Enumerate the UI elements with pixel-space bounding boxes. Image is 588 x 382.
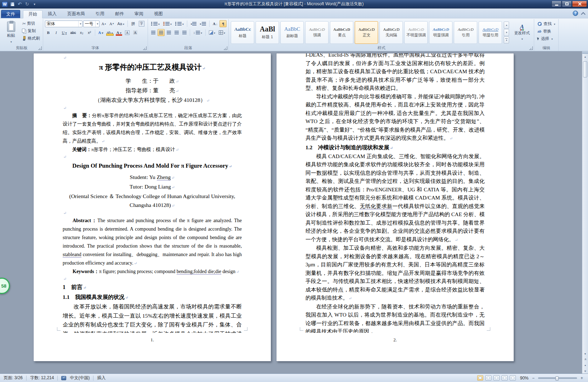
- scroll-down-icon[interactable]: [582, 351, 588, 357]
- align-left-button[interactable]: [150, 29, 157, 36]
- body-paragraph[interactable]: 改革开放以来，随着国民经济的高速发展，市场对模具的需求量不断增长。近年来，模具工…: [63, 302, 242, 333]
- zoom-slider-thumb[interactable]: [555, 376, 559, 381]
- show-marks-button[interactable]: ¶: [219, 20, 227, 27]
- fullscreen-reading-view-icon[interactable]: [485, 375, 491, 381]
- body-paragraph[interactable]: I-DEAS、Euclid-IS 等国际通用软件。虽然中国模具工业在过去十多年中…: [306, 53, 485, 93]
- close-button[interactable]: [572, 1, 587, 7]
- paste-button[interactable]: 粘贴: [2, 20, 19, 45]
- zoom-slider[interactable]: [538, 377, 577, 379]
- tab-mailings[interactable]: 邮件: [110, 10, 129, 18]
- font-family-combo[interactable]: 宋体: [45, 21, 82, 27]
- multilevel-list-button[interactable]: [174, 20, 185, 27]
- spellcheck-icon[interactable]: [61, 376, 66, 380]
- split-handle[interactable]: [582, 51, 588, 54]
- styles-dialog-launcher-icon[interactable]: [529, 46, 533, 50]
- clipboard-dialog-launcher-icon[interactable]: [38, 46, 42, 50]
- body-paragraph[interactable]: 导柱式冲裁模的导向比导板模的准确可靠，并能保证冲裁间隙的均匀, 冲裁的工件精度较…: [306, 93, 485, 143]
- text-effects-button[interactable]: A: [97, 29, 105, 36]
- tab-insert[interactable]: 插入: [42, 10, 62, 18]
- italic-button[interactable]: I: [53, 29, 60, 36]
- page-2-content[interactable]: I-DEAS、Euclid-IS 等国际通用软件。虽然中国模具工业在过去十多年中…: [276, 53, 514, 333]
- copy-button[interactable]: 复制: [21, 28, 41, 34]
- style-item-quote[interactable]: AaBbCcD引用: [454, 21, 477, 44]
- numbering-button[interactable]: [162, 20, 173, 27]
- zoom-in-icon[interactable]: [579, 375, 584, 381]
- shading-button[interactable]: [207, 29, 217, 36]
- font-color-button[interactable]: A: [115, 29, 123, 36]
- bold-button[interactable]: B: [45, 29, 52, 36]
- style-item-no-spacing[interactable]: AaBbCcD无间隔: [379, 21, 403, 44]
- styles-scroll-down-icon[interactable]: [504, 29, 509, 36]
- font-size-combo[interactable]: 一号: [83, 21, 99, 27]
- grow-font-button[interactable]: A: [100, 20, 107, 27]
- body-paragraph[interactable]: 在经济全球化的新形势下，随着资本、技术和劳动力市场的重新整合，我国在加入 WTO…: [306, 303, 485, 333]
- format-painter-button[interactable]: 格式刷: [21, 35, 41, 42]
- style-item-subtle-emphasis[interactable]: AaBbCcD不明显强调: [404, 21, 428, 44]
- doc-title-en[interactable]: Design Of Punching Process And Mold For …: [63, 161, 242, 171]
- find-button[interactable]: 查找: [536, 21, 556, 27]
- page-2[interactable]: I-DEAS、Euclid-IS 等国际通用软件。虽然中国模具工业在过去十多年中…: [276, 53, 514, 361]
- style-item-heading1[interactable]: AaBl标题 1: [256, 21, 279, 44]
- qat-dropdown-icon[interactable]: [32, 1, 38, 7]
- heading-1[interactable]: 1 前言: [63, 282, 242, 293]
- heading-1-2[interactable]: 1.2 冲模设计与制造的现状和发展: [306, 143, 485, 152]
- page-indicator[interactable]: 页面: 3/26: [4, 375, 23, 381]
- keywords-en[interactable]: Keywords：π figure; punching process; com…: [63, 267, 242, 276]
- outline-view-icon[interactable]: [502, 375, 508, 381]
- body-paragraph[interactable]: 模具 CAD/CAE/CAM 正向集成化、三维化、智能化和网络化方向发展。模具软…: [306, 152, 485, 244]
- underline-button[interactable]: U: [61, 29, 68, 36]
- document-area[interactable]: π 形零件的冲压工艺及模具设计 学 生：于 政 指导老师：董 亮 （湖南农业大学…: [0, 51, 588, 374]
- paragraph-dialog-launcher-icon[interactable]: [224, 46, 227, 50]
- tab-view[interactable]: 视图: [149, 10, 168, 18]
- help-icon[interactable]: [573, 11, 578, 16]
- heading-1-1[interactable]: 1.1 我国模具发展的状况: [63, 293, 242, 302]
- page-1[interactable]: π 形零件的冲压工艺及模具设计 学 生：于 政 指导老师：董 亮 （湖南农业大学…: [34, 53, 271, 361]
- style-item-intense[interactable]: AaBbCcD要点: [330, 21, 353, 44]
- abstract-cn[interactable]: 摘 要：分析π形零件的结构和冲压成形工艺性，确定冲压成形工艺方案，由此设计了一套…: [63, 111, 242, 145]
- character-border-button[interactable]: A: [124, 29, 131, 36]
- font-dialog-launcher-icon[interactable]: [143, 46, 147, 50]
- scroll-up-icon[interactable]: [582, 54, 588, 59]
- affiliation-cn[interactable]: （湖南农业大学东方科技学院，长沙 410128）: [63, 96, 242, 105]
- empty-paragraph[interactable]: [63, 105, 242, 111]
- styles-gallery-expand-icon[interactable]: [504, 36, 509, 44]
- tutor-line-en[interactable]: Tutor: Dong Liang: [63, 182, 242, 192]
- superscript-button[interactable]: x²: [86, 29, 93, 36]
- tab-references[interactable]: 引用: [90, 10, 110, 18]
- shrink-font-button[interactable]: A: [108, 20, 115, 27]
- style-item-emphasis[interactable]: AaBbCcD强调: [305, 21, 329, 44]
- insert-mode[interactable]: 插入: [97, 375, 105, 381]
- student-line-cn[interactable]: 学 生：于 政: [63, 76, 242, 86]
- scrollbar-thumb[interactable]: [583, 61, 587, 77]
- zoom-level[interactable]: 90%: [518, 376, 529, 381]
- style-item-heading[interactable]: AaBbCc标题: [231, 21, 254, 44]
- print-layout-view-icon[interactable]: [477, 375, 483, 381]
- tutor-line-cn[interactable]: 指导老师：董 亮: [63, 86, 242, 96]
- change-case-button[interactable]: Aa: [116, 20, 125, 27]
- align-center-button[interactable]: [158, 29, 165, 36]
- scrollbar-track[interactable]: [582, 59, 588, 351]
- undo-icon[interactable]: [17, 1, 23, 7]
- zoom-out-icon[interactable]: [531, 375, 536, 381]
- student-line-en[interactable]: Student: Yu Zheng: [63, 173, 242, 182]
- replace-button[interactable]: 替换: [536, 28, 556, 34]
- next-page-icon[interactable]: [582, 368, 588, 374]
- enclose-character-button[interactable]: 字: [137, 20, 146, 27]
- change-styles-button[interactable]: 更改样式: [512, 24, 532, 41]
- body-paragraph[interactable]: 模具检测、加工设备向精密、高效和多功能方向发展。精密、复杂、大型模具的发展，对检…: [306, 244, 485, 303]
- affiliation-en[interactable]: (Oriental Science ＆ Technology College o…: [63, 192, 242, 210]
- style-item-intense-quote[interactable]: AaBbCcD明显引用: [479, 21, 502, 44]
- tab-page-layout[interactable]: 页面布局: [62, 10, 90, 18]
- tab-review[interactable]: 审阅: [129, 10, 149, 18]
- borders-button[interactable]: [217, 29, 227, 36]
- styles-scroll-up-icon[interactable]: [504, 22, 509, 29]
- tab-home[interactable]: 开始: [23, 10, 42, 18]
- tab-file[interactable]: 文件: [1, 10, 20, 18]
- keywords-cn[interactable]: 关键词：π形零件；冲压工艺；弯曲模；模具设计: [63, 145, 242, 154]
- style-item-subtitle[interactable]: AaBbC副标题: [280, 21, 304, 44]
- abstract-en[interactable]: Abstract：The structure and punching proc…: [63, 216, 242, 267]
- previous-page-icon[interactable]: [582, 357, 588, 362]
- draft-view-icon[interactable]: [510, 375, 516, 381]
- save-icon[interactable]: [9, 1, 15, 7]
- highlight-button[interactable]: ab: [105, 29, 114, 36]
